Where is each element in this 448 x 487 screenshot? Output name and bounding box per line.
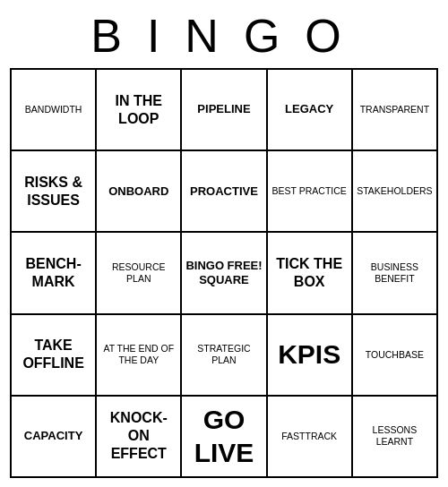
- bingo-cell-17: STRATEGIC PLAN: [182, 315, 267, 397]
- bingo-cell-3: LEGACY: [268, 70, 353, 151]
- cell-text-2: PIPELINE: [197, 102, 250, 116]
- bingo-cell-20: CAPACITY: [12, 397, 97, 478]
- bingo-cell-16: AT THE END OF THE DAY: [97, 315, 182, 397]
- cell-text-12: BINGO Free! SQUARE: [185, 259, 263, 288]
- bingo-cell-7: PROACTIVE: [182, 151, 267, 233]
- cell-text-16: AT THE END OF THE DAY: [99, 343, 177, 366]
- bingo-cell-15: TAKE OFFLINE: [12, 315, 97, 397]
- bingo-cell-2: PIPELINE: [182, 70, 267, 151]
- bingo-cell-8: BEST PRACTICE: [268, 151, 353, 233]
- bingo-cell-11: RESOURCE PLAN: [97, 233, 182, 314]
- bingo-cell-4: TRANSPARENT: [353, 70, 438, 151]
- bingo-cell-18: KPIs: [268, 315, 353, 397]
- cell-text-20: CAPACITY: [24, 429, 82, 443]
- cell-text-19: TOUCHBASE: [366, 349, 424, 361]
- bingo-title: BINGO: [82, 9, 366, 63]
- bingo-cell-10: BENCH-MARK: [12, 233, 97, 314]
- cell-text-3: LEGACY: [285, 102, 333, 116]
- cell-text-5: RISKS & ISSUES: [14, 174, 92, 209]
- bingo-cell-13: TICK THE BOX: [268, 233, 353, 314]
- cell-text-13: TICK THE BOX: [271, 255, 349, 291]
- bingo-cell-19: TOUCHBASE: [353, 315, 438, 397]
- bingo-cell-22: GO LIVE: [182, 397, 267, 478]
- bingo-cell-23: FASTTRACK: [268, 397, 353, 478]
- cell-text-15: TAKE OFFLINE: [14, 337, 92, 372]
- bingo-cell-24: LESSONS LEARNT: [353, 397, 438, 478]
- cell-text-23: FASTTRACK: [281, 431, 337, 442]
- bingo-cell-1: IN THE LOOP: [97, 70, 182, 151]
- cell-text-0: BANDWIDTH: [25, 104, 82, 115]
- bingo-cell-12: BINGO Free! SQUARE: [182, 233, 267, 314]
- cell-text-9: STAKEHOLDERS: [357, 185, 432, 197]
- bingo-cell-5: RISKS & ISSUES: [12, 151, 97, 233]
- bingo-cell-21: KNOCK-ON EFFECT: [97, 397, 182, 478]
- bingo-grid: BANDWIDTHIN THE LOOPPIPELINELEGACYTRANSP…: [10, 68, 438, 478]
- cell-text-22: GO LIVE: [185, 403, 263, 470]
- cell-text-1: IN THE LOOP: [99, 92, 177, 128]
- bingo-cell-14: BUSINESS BENEFIT: [353, 233, 438, 314]
- cell-text-14: BUSINESS BENEFIT: [356, 261, 434, 285]
- cell-text-10: BENCH-MARK: [14, 255, 92, 291]
- cell-text-7: PROACTIVE: [190, 184, 258, 199]
- cell-text-18: KPIs: [278, 337, 340, 372]
- bingo-cell-9: STAKEHOLDERS: [353, 151, 438, 233]
- bingo-cell-0: BANDWIDTH: [12, 70, 97, 151]
- cell-text-17: STRATEGIC PLAN: [185, 343, 263, 366]
- cell-text-21: KNOCK-ON EFFECT: [99, 409, 177, 463]
- cell-text-6: ONBOARD: [108, 184, 168, 199]
- cell-text-8: BEST PRACTICE: [272, 185, 347, 197]
- cell-text-4: TRANSPARENT: [360, 104, 429, 115]
- cell-text-24: LESSONS LEARNT: [356, 424, 434, 448]
- cell-text-11: RESOURCE PLAN: [99, 261, 177, 285]
- bingo-cell-6: ONBOARD: [97, 151, 182, 233]
